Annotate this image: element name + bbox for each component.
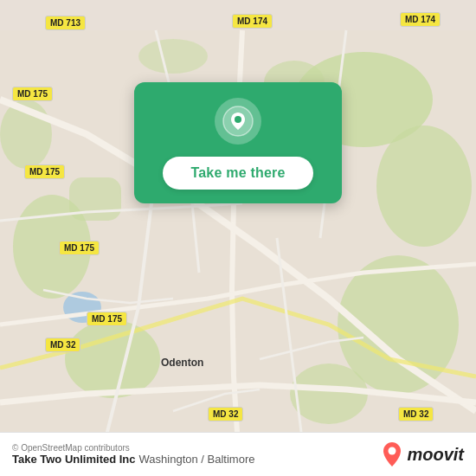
company-name: Take Two Unlimited Inc xyxy=(12,453,136,466)
road-label-md175d: MD 175 xyxy=(87,312,127,326)
bottom-left: © OpenStreetMap contributors Take Two Un… xyxy=(12,443,254,466)
svg-point-13 xyxy=(235,116,241,123)
road-label-md174a: MD 174 xyxy=(232,14,273,29)
moovit-logo: moovit xyxy=(383,441,464,467)
road-label-md32b: MD 32 xyxy=(208,407,243,421)
moovit-text: moovit xyxy=(407,445,464,465)
road-label-md175b: MD 175 xyxy=(24,164,65,179)
road-label-md175c: MD 175 xyxy=(59,241,100,255)
take-me-there-button[interactable]: Take me there xyxy=(163,157,312,190)
location-icon-wrap xyxy=(215,98,261,145)
svg-point-6 xyxy=(290,363,368,424)
location-region: Washington / Baltimore xyxy=(139,453,255,466)
popup-card: Take me there xyxy=(134,82,342,203)
bottom-bar: © OpenStreetMap contributors Take Two Un… xyxy=(0,432,476,476)
road-label-md174b: MD 174 xyxy=(400,12,441,27)
location-pin-icon xyxy=(222,106,254,137)
map-container: MD 713 MD 174 MD 174 MD 175 MD 175 MD 17… xyxy=(0,0,476,476)
svg-point-14 xyxy=(389,447,396,455)
road-label-md32c: MD 32 xyxy=(398,407,434,421)
road-label-md713: MD 713 xyxy=(45,16,86,30)
moovit-pin-icon xyxy=(383,441,402,467)
osm-attribution: © OpenStreetMap contributors xyxy=(12,443,254,453)
town-label-odenton: Odenton xyxy=(161,357,203,369)
map-background xyxy=(0,0,476,476)
road-label-md175a: MD 175 xyxy=(12,87,53,101)
svg-point-4 xyxy=(65,320,160,398)
road-label-md32a: MD 32 xyxy=(45,338,80,352)
svg-point-9 xyxy=(138,39,208,74)
svg-point-2 xyxy=(376,125,472,247)
